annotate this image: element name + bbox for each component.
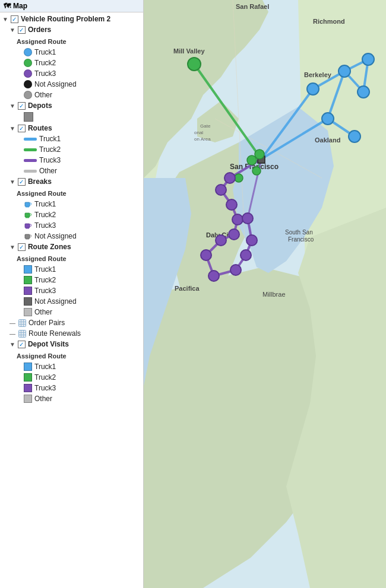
svg-rect-2 <box>26 206 29 208</box>
breaks-truck3-label: Truck3 <box>34 221 56 230</box>
rz-truck2-label: Truck2 <box>34 276 56 284</box>
orders-notassigned-label: Not Assigned <box>34 80 77 88</box>
dv-section-label: Assigned Route <box>17 351 67 360</box>
label-san-rafael: San Rafael <box>236 3 269 10</box>
svg-rect-9 <box>25 234 30 239</box>
routes-truck2-icon <box>24 148 37 151</box>
depots-square-item <box>0 111 143 123</box>
svg-text:on Area: on Area <box>194 136 211 142</box>
rz-truck1: Truck1 <box>0 264 143 275</box>
breaks-notassigned: Not Assigned <box>0 231 143 241</box>
routezones-checkbox[interactable] <box>18 243 26 251</box>
routes-truck2: Truck2 <box>0 144 143 155</box>
routes-truck1-icon <box>24 138 37 141</box>
breaks-section-label-row: Assigned Route <box>0 187 143 199</box>
svg-text:onal: onal <box>194 130 203 135</box>
orders-checkbox[interactable] <box>18 26 26 34</box>
label-millbrae: Millbrae <box>262 291 286 298</box>
rz-notassigned-label: Not Assigned <box>34 297 77 306</box>
map-node-g3 <box>255 150 264 159</box>
vrp-checkbox[interactable] <box>11 15 18 23</box>
vrp-expand[interactable]: ▼ <box>2 16 8 23</box>
dv-truck3-label: Truck3 <box>34 384 56 392</box>
label-south-sf: South San <box>285 229 313 236</box>
orders-group[interactable]: ▼ Orders <box>0 24 143 35</box>
map-panel[interactable]: Gate onal on Area San Rafael Richmond Mi… <box>144 0 386 588</box>
orderpairs-expand[interactable]: — <box>10 320 15 326</box>
svg-rect-12 <box>18 319 26 326</box>
map-node-p3 <box>226 199 237 210</box>
breaks-group[interactable]: ▼ Breaks <box>0 176 143 187</box>
depotvisits-expand[interactable]: ▼ <box>10 341 15 348</box>
depotvisits-group[interactable]: ▼ Depot Visits <box>0 339 143 349</box>
orders-truck2-label: Truck2 <box>34 59 56 67</box>
orderpairs-group[interactable]: — Order Pairs <box>0 317 143 328</box>
dv-other-icon <box>24 395 32 403</box>
routezones-group[interactable]: ▼ Route Zones <box>0 241 143 252</box>
svg-rect-11 <box>26 239 29 240</box>
dv-other-label: Other <box>34 395 52 403</box>
depots-expand[interactable]: ▼ <box>10 103 15 109</box>
routes-truck3-icon <box>24 159 37 162</box>
orders-expand[interactable]: ▼ <box>10 27 15 33</box>
rz-notassigned-icon <box>24 297 32 306</box>
orders-other-icon <box>24 91 32 99</box>
dv-truck2: Truck2 <box>0 372 143 383</box>
routes-checkbox[interactable] <box>18 125 26 132</box>
routerenewals-group[interactable]: — Route Renewals <box>0 328 143 339</box>
dv-truck1-label: Truck1 <box>34 363 56 371</box>
breaks-truck1-icon <box>24 200 32 208</box>
svg-rect-8 <box>26 228 29 229</box>
map-node-p5 <box>229 229 239 240</box>
map-node-p10 <box>241 250 251 260</box>
svg-rect-5 <box>26 217 29 218</box>
svg-rect-0 <box>25 202 30 206</box>
map-node-p7 <box>201 250 211 260</box>
routerenewals-expand[interactable]: — <box>10 330 15 337</box>
left-panel: 🗺 Map ▼ Vehicle Routing Problem 2 ▼ Orde… <box>0 0 144 588</box>
rz-section-label: Assigned Route <box>17 253 67 263</box>
depots-checkbox[interactable] <box>18 102 26 110</box>
breaks-checkbox[interactable] <box>18 178 26 186</box>
map-node-b3 <box>362 53 374 65</box>
map-node-g5 <box>235 174 243 182</box>
panel-title: Map <box>13 2 27 10</box>
breaks-notassigned-label: Not Assigned <box>34 232 77 240</box>
map-icon: 🗺 <box>4 2 11 10</box>
vrp-root[interactable]: ▼ Vehicle Routing Problem 2 <box>0 12 143 24</box>
routes-group[interactable]: ▼ Routes <box>0 123 143 134</box>
map-node-p6 <box>216 235 226 246</box>
breaks-truck1: Truck1 <box>0 199 143 209</box>
rz-truck2-icon <box>24 276 32 284</box>
dv-truck3: Truck3 <box>0 383 143 393</box>
rz-truck3: Truck3 <box>0 285 143 296</box>
orders-truck1-icon <box>24 48 32 56</box>
main-container: 🗺 Map ▼ Vehicle Routing Problem 2 ▼ Orde… <box>0 0 386 588</box>
orders-truck3-label: Truck3 <box>34 69 56 78</box>
vrp-label: Vehicle Routing Problem 2 <box>21 15 110 23</box>
label-mill-valley: Mill Valley <box>173 47 205 55</box>
label-oakland: Oakland <box>315 136 340 144</box>
rz-truck1-label: Truck1 <box>34 265 56 274</box>
routezones-expand[interactable]: ▼ <box>10 244 15 250</box>
depotvisits-checkbox[interactable] <box>18 341 26 348</box>
orders-section-label: Assigned Route <box>17 36 67 46</box>
rz-truck3-icon <box>24 287 32 295</box>
orders-notassigned: Not Assigned <box>0 79 143 90</box>
map-node-p11 <box>246 235 257 246</box>
routes-truck1-label: Truck1 <box>39 135 61 143</box>
routezones-label: Route Zones <box>28 243 71 251</box>
depots-group[interactable]: ▼ Depots <box>0 100 143 111</box>
breaks-expand[interactable]: ▼ <box>10 179 15 185</box>
rz-truck2: Truck2 <box>0 275 143 285</box>
orders-truck1: Truck1 <box>0 47 143 58</box>
rz-notassigned: Not Assigned <box>0 296 143 307</box>
routes-expand[interactable]: ▼ <box>10 125 15 132</box>
rz-other-icon <box>24 308 32 316</box>
dv-truck1: Truck1 <box>0 361 143 372</box>
rz-truck3-label: Truck3 <box>34 287 56 295</box>
svg-rect-3 <box>25 213 30 217</box>
svg-rect-7 <box>30 224 31 227</box>
rz-other-label: Other <box>34 308 52 316</box>
depots-label: Depots <box>28 101 52 110</box>
